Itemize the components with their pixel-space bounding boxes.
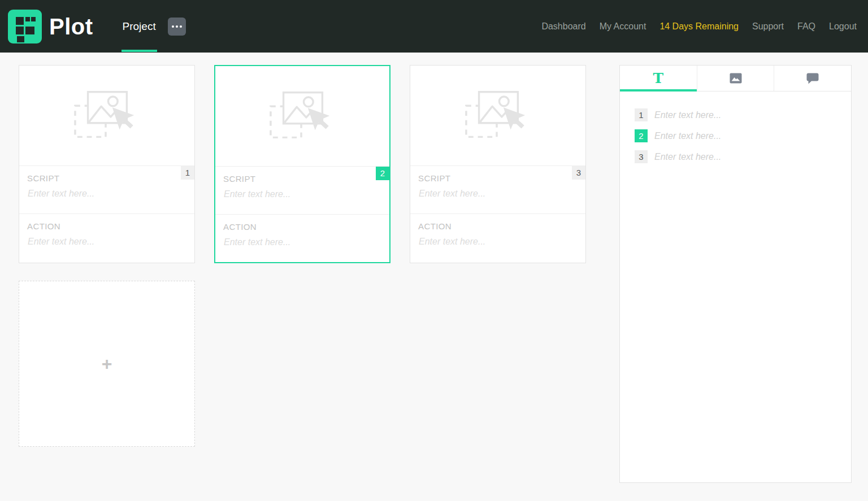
card-1-number-badge: 1 (181, 166, 194, 180)
card-2-script-section: 2 SCRIPT Enter text here... (215, 167, 389, 214)
brand-name: Plot (49, 15, 93, 38)
row-1-number-badge: 1 (635, 108, 648, 121)
add-card-button[interactable]: + (19, 281, 195, 447)
row-2-text-input[interactable]: Enter text here... (654, 131, 721, 141)
storyboard-card-2[interactable]: 2 SCRIPT Enter text here... ACTION Enter… (214, 65, 390, 263)
card-1-action-section: ACTION Enter text here... (19, 214, 194, 262)
cards-row: 1 SCRIPT Enter text here... ACTION Enter… (19, 65, 586, 263)
nav-faq[interactable]: FAQ (797, 21, 815, 32)
card-3-action-input[interactable]: Enter text here... (419, 237, 585, 247)
text-entry-row-2[interactable]: 2 Enter text here... (635, 129, 851, 142)
side-panel-tabs: T (620, 66, 851, 92)
row-1-text-input[interactable]: Enter text here... (654, 110, 721, 120)
card-1-image-dropzone[interactable] (19, 66, 194, 166)
row-2-number-badge: 2 (635, 129, 648, 142)
card-3-script-section: 3 SCRIPT Enter text here... (410, 166, 585, 214)
image-icon (730, 73, 742, 84)
nav-days-remaining[interactable]: 14 Days Remaining (659, 21, 739, 32)
storyboard-card-1[interactable]: 1 SCRIPT Enter text here... ACTION Enter… (19, 65, 195, 263)
text-icon: T (653, 71, 664, 85)
ellipsis-icon (172, 25, 182, 28)
main-nav: Dashboard My Account 14 Days Remaining S… (541, 21, 857, 32)
card-2-action-input[interactable]: Enter text here... (224, 237, 389, 247)
tab-images[interactable] (697, 66, 774, 91)
storyboard-card-3[interactable]: 3 SCRIPT Enter text here... ACTION Enter… (410, 65, 586, 263)
script-label: SCRIPT (410, 166, 585, 183)
script-label: SCRIPT (215, 167, 389, 184)
plot-logo-glyph (8, 10, 42, 43)
card-1-script-section: 1 SCRIPT Enter text here... (19, 166, 194, 214)
card-2-number-badge: 2 (376, 167, 389, 180)
image-placeholder-icon (465, 90, 531, 141)
tab-text-active-underline (620, 89, 697, 92)
card-3-image-dropzone[interactable] (410, 66, 585, 166)
card-3-number-badge: 3 (572, 166, 585, 180)
card-3-action-section: ACTION Enter text here... (410, 214, 585, 262)
comment-icon (806, 73, 819, 84)
app-header: Plot Project Dashboard My Account 14 Day… (0, 0, 868, 53)
row-3-text-input[interactable]: Enter text here... (654, 152, 721, 162)
tab-comments[interactable] (774, 66, 851, 91)
nav-logout[interactable]: Logout (829, 21, 857, 32)
tab-project-label: Project (123, 20, 156, 33)
card-1-script-input[interactable]: Enter text here... (28, 189, 194, 199)
text-entry-row-3[interactable]: 3 Enter text here... (635, 150, 851, 163)
tab-project[interactable]: Project (121, 0, 157, 53)
action-label: ACTION (19, 214, 194, 231)
detail-side-panel: T 1 Enter text here... 2 (619, 65, 852, 483)
app-window: Plot Project Dashboard My Account 14 Day… (0, 0, 868, 501)
project-more-button[interactable] (168, 18, 186, 36)
text-entries-list: 1 Enter text here... 2 Enter text here..… (620, 92, 851, 163)
image-placeholder-icon (269, 91, 336, 142)
card-2-image-dropzone[interactable] (215, 66, 389, 167)
nav-dashboard[interactable]: Dashboard (541, 21, 585, 32)
card-3-script-input[interactable]: Enter text here... (419, 189, 585, 199)
storyboard: 1 SCRIPT Enter text here... ACTION Enter… (19, 65, 586, 263)
nav-my-account[interactable]: My Account (600, 21, 646, 32)
tab-text[interactable]: T (620, 66, 697, 91)
row-3-number-badge: 3 (635, 150, 648, 163)
image-placeholder-icon (73, 90, 140, 141)
plot-logo-icon[interactable] (8, 10, 42, 43)
action-label: ACTION (215, 215, 389, 232)
text-entry-row-1[interactable]: 1 Enter text here... (635, 108, 851, 121)
nav-support[interactable]: Support (752, 21, 784, 32)
script-label: SCRIPT (19, 166, 194, 183)
card-1-action-input[interactable]: Enter text here... (28, 237, 194, 247)
card-2-script-input[interactable]: Enter text here... (224, 189, 389, 199)
card-2-action-section: ACTION Enter text here... (215, 214, 389, 262)
plus-icon: + (102, 355, 112, 373)
tab-project-active-underline (121, 50, 157, 52)
action-label: ACTION (410, 214, 585, 231)
